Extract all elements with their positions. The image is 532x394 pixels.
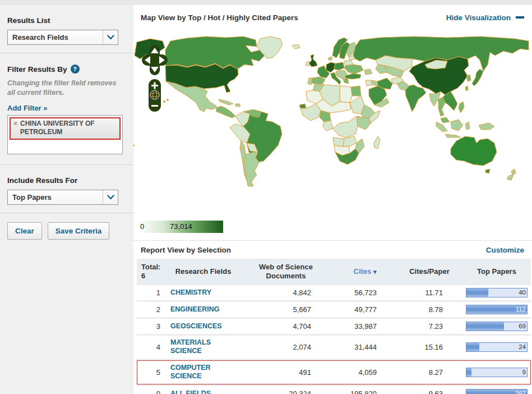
filter-chip-label: CHINA UNIVERSITY OF PETROLEUM bbox=[20, 120, 117, 137]
report-table: Total: 6 Research Fields Web of Science … bbox=[137, 259, 531, 394]
bar-fill bbox=[466, 343, 479, 351]
column-research-fields[interactable]: Research Fields bbox=[168, 260, 238, 283]
row-cites: 49,777 bbox=[334, 302, 396, 317]
region-central-america bbox=[216, 106, 235, 118]
table-row: 5 COMPUTER SCIENCE 491 4,059 8.27 9 bbox=[137, 360, 531, 384]
country-new-zealand bbox=[511, 169, 516, 175]
help-icon[interactable]: ? bbox=[71, 65, 80, 74]
field-link[interactable]: ENGINEERING bbox=[170, 305, 220, 314]
country-senegal bbox=[299, 104, 306, 108]
report-table-body: 1 CHEMISTRY 4,842 56,723 11.71 40 2 ENGI… bbox=[137, 285, 531, 394]
bar-value: 24 bbox=[519, 343, 526, 350]
cites-header-label: Cites bbox=[354, 267, 372, 276]
row-cites: 195,820 bbox=[334, 386, 396, 394]
wos-header-line1: Web of Science bbox=[240, 263, 331, 272]
island-java bbox=[445, 134, 461, 138]
row-rank: 2 bbox=[137, 302, 168, 317]
chevron-down-icon[interactable] bbox=[103, 190, 118, 204]
row-rank: 3 bbox=[137, 319, 168, 334]
island-tasmania bbox=[485, 169, 490, 173]
region-zambia-zimbabwe bbox=[343, 136, 357, 146]
row-cpp: 11.71 bbox=[396, 285, 462, 300]
remove-filter-icon[interactable]: × bbox=[13, 120, 17, 137]
results-list-selected: Research Fields bbox=[8, 33, 103, 42]
island-borneo bbox=[451, 120, 463, 131]
island-dot bbox=[133, 145, 135, 146]
country-drc bbox=[333, 116, 358, 138]
criteria-buttons: Clear Save Criteria bbox=[0, 213, 133, 249]
row-cpp: 8.27 bbox=[396, 360, 462, 384]
customize-link[interactable]: Customize bbox=[486, 246, 524, 254]
row-cpp: 7.23 bbox=[396, 319, 462, 334]
scale-min-label: 0 bbox=[140, 222, 144, 231]
save-criteria-button[interactable]: Save Criteria bbox=[48, 222, 110, 240]
country-germany bbox=[326, 62, 335, 72]
filter-panel: Filter Results By ? Changing the filter … bbox=[0, 53, 133, 165]
field-link[interactable]: ALL FIELDS bbox=[170, 390, 211, 394]
bar-value: 112 bbox=[516, 306, 526, 313]
sort-desc-icon: ▾ bbox=[373, 268, 377, 275]
country-india bbox=[405, 85, 426, 112]
row-rank: 1 bbox=[137, 285, 168, 300]
chevron-down-icon[interactable] bbox=[103, 30, 118, 44]
row-cites: 33,987 bbox=[334, 319, 396, 334]
column-cites-per-paper[interactable]: Cites/Paper bbox=[396, 260, 462, 283]
add-filter-link[interactable]: Add Filter » bbox=[7, 104, 48, 112]
map-canvas[interactable] bbox=[133, 30, 532, 217]
country-ireland bbox=[306, 61, 309, 66]
top-strip bbox=[0, 0, 532, 5]
row-cites: 31,444 bbox=[334, 336, 396, 359]
map-zoom-control[interactable] bbox=[149, 79, 161, 112]
table-row: 0 ALL FIELDS 20,324 195,820 9.63 297 bbox=[137, 386, 531, 394]
field-link[interactable]: MATERIALS SCIENCE bbox=[170, 338, 236, 356]
field-link[interactable]: CHEMISTRY bbox=[170, 288, 211, 297]
bar-fill bbox=[466, 288, 488, 297]
bar-value: 9 bbox=[522, 369, 526, 375]
active-filters-box: × CHINA UNIVERSITY OF PETROLEUM bbox=[7, 115, 123, 154]
region-east-africa bbox=[357, 116, 371, 130]
column-top-papers[interactable]: Top Papers bbox=[462, 260, 531, 283]
map-view-title: Map View by Top / Hot / Highly Cited Pap… bbox=[141, 13, 298, 22]
table-row: 1 CHEMISTRY 4,842 56,723 11.71 40 bbox=[137, 285, 531, 300]
total-value: 6 bbox=[141, 272, 166, 281]
top-papers-bar: 24 bbox=[466, 342, 528, 352]
filter-note: Changing the filter field removes all cu… bbox=[7, 79, 122, 98]
country-greece bbox=[343, 78, 349, 84]
country-libya bbox=[340, 86, 352, 103]
island-dot bbox=[164, 101, 165, 103]
include-results-label: Include Results For bbox=[7, 176, 126, 185]
country-madagascar bbox=[374, 136, 380, 149]
column-wos-documents[interactable]: Web of Science Documents bbox=[238, 260, 334, 283]
zoom-out-button[interactable] bbox=[151, 105, 158, 107]
column-cites-sort[interactable]: Cites ▾ bbox=[334, 260, 396, 283]
country-cuba bbox=[219, 99, 233, 105]
top-papers-bar: 297 bbox=[466, 389, 528, 394]
field-link[interactable]: COMPUTER SCIENCE bbox=[170, 364, 236, 381]
field-link[interactable]: GEOSCIENCES bbox=[170, 322, 222, 331]
row-cites: 4,059 bbox=[334, 360, 396, 384]
region-caucasus bbox=[364, 69, 372, 75]
row-rank: 4 bbox=[137, 336, 168, 359]
wos-header-line2: Documents bbox=[240, 272, 331, 281]
table-row: 3 GEOSCIENCES 4,704 33,987 7.23 69 bbox=[137, 319, 531, 334]
country-australia bbox=[451, 136, 497, 166]
clear-button[interactable]: Clear bbox=[7, 222, 42, 240]
results-list-select[interactable]: Research Fields bbox=[7, 30, 118, 45]
include-results-select[interactable]: Top Papers bbox=[7, 190, 118, 205]
world-choropleth-map[interactable] bbox=[133, 33, 531, 217]
country-denmark bbox=[329, 57, 332, 60]
table-header-row: Total: 6 Research Fields Web of Science … bbox=[137, 260, 531, 283]
total-label: Total: bbox=[141, 263, 166, 272]
country-iceland bbox=[292, 44, 300, 49]
total-header: Total: 6 bbox=[137, 260, 168, 283]
filter-chip[interactable]: × CHINA UNIVERSITY OF PETROLEUM bbox=[10, 117, 121, 140]
country-spain bbox=[311, 77, 325, 85]
region-levant bbox=[366, 80, 372, 86]
row-docs: 4,842 bbox=[238, 285, 334, 300]
hide-visualization-link[interactable]: Hide Visualization bbox=[446, 13, 524, 22]
island-dot bbox=[167, 99, 169, 101]
island-sulawesi bbox=[465, 122, 470, 130]
row-docs: 5,667 bbox=[238, 302, 334, 317]
island-sumatra bbox=[436, 122, 447, 132]
row-cpp: 15.16 bbox=[396, 336, 462, 359]
